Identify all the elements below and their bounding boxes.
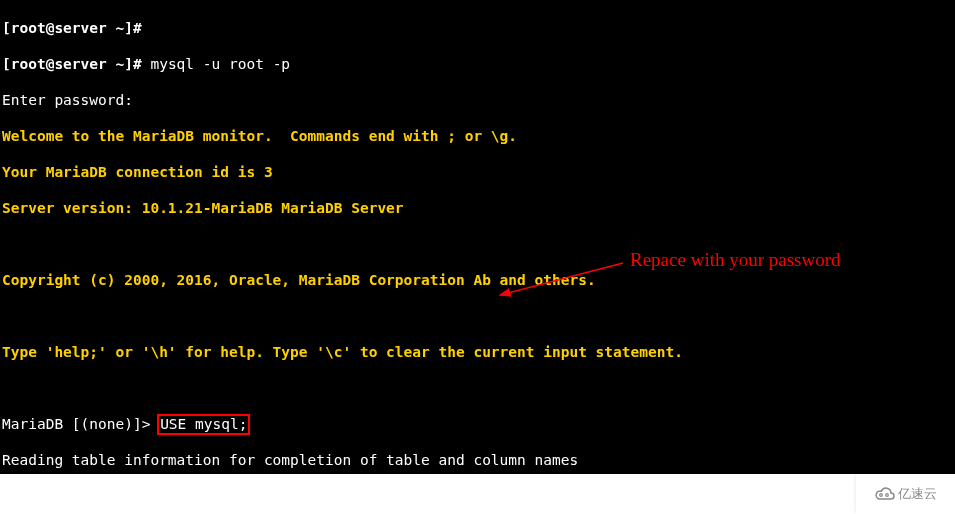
mariadb-prompt: MariaDB [(none)]> <box>2 416 150 432</box>
shell-prompt: [root@server ~]# <box>2 56 142 72</box>
output-text: Enter password: <box>2 92 133 108</box>
output-text: Your MariaDB connection id is 3 <box>2 164 273 180</box>
svg-point-3 <box>886 494 889 497</box>
terminal-window[interactable]: [root@server ~]# [root@server ~]# mysql … <box>0 0 955 474</box>
annotation-text: Repace with your password <box>630 249 841 271</box>
shell-prompt: [root@server ~]# <box>2 20 142 36</box>
output-text: Copyright (c) 2000, 2016, Oracle, MariaD… <box>2 272 596 288</box>
output-text: Reading table information for completion… <box>2 452 578 468</box>
highlight-box: USE mysql; <box>157 414 250 435</box>
output-text: You can turn off this feature to get a q… <box>2 488 543 504</box>
shell-command: mysql -u root -p <box>150 56 290 72</box>
output-text: Welcome to the MariaDB monitor. Commands… <box>2 128 517 144</box>
output-text: Server version: 10.1.21-MariaDB MariaDB … <box>2 200 404 216</box>
cloud-icon <box>874 485 896 503</box>
svg-point-2 <box>880 494 883 497</box>
watermark-text: 亿速云 <box>898 485 937 503</box>
sql-command: USE mysql; <box>160 416 247 432</box>
watermark: 亿速云 <box>856 474 955 514</box>
output-text: Type 'help;' or '\h' for help. Type '\c'… <box>2 344 683 360</box>
